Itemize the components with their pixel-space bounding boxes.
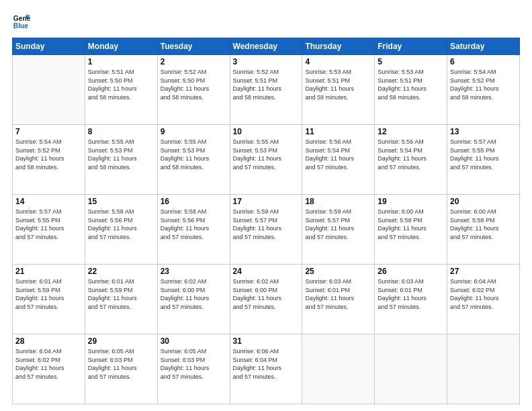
weekday-header-wednesday: Wednesday <box>230 38 302 55</box>
calendar-cell: 7Sunrise: 5:54 AM Sunset: 5:52 PM Daylig… <box>13 125 85 195</box>
day-info: Sunrise: 6:00 AM Sunset: 5:58 PM Dayligh… <box>378 208 444 241</box>
day-number: 22 <box>88 267 154 276</box>
calendar-cell: 9Sunrise: 5:55 AM Sunset: 5:53 PM Daylig… <box>157 125 230 195</box>
calendar-cell: 20Sunrise: 6:00 AM Sunset: 5:58 PM Dayli… <box>447 195 520 265</box>
weekday-header-sunday: Sunday <box>13 38 85 55</box>
day-info: Sunrise: 6:01 AM Sunset: 5:59 PM Dayligh… <box>15 277 82 311</box>
day-number: 14 <box>15 197 82 206</box>
day-info: Sunrise: 6:04 AM Sunset: 6:02 PM Dayligh… <box>15 347 82 381</box>
day-number: 23 <box>161 267 227 276</box>
calendar-cell: 1Sunrise: 5:51 AM Sunset: 5:50 PM Daylig… <box>85 55 157 125</box>
day-number: 5 <box>378 57 444 66</box>
day-info: Sunrise: 5:53 AM Sunset: 5:51 PM Dayligh… <box>305 68 371 101</box>
day-number: 13 <box>450 127 517 136</box>
weekday-header-friday: Friday <box>375 38 447 55</box>
day-number: 18 <box>305 197 371 206</box>
day-number: 7 <box>15 127 82 136</box>
day-info: Sunrise: 6:03 AM Sunset: 6:01 PM Dayligh… <box>305 277 371 311</box>
day-number: 29 <box>88 336 154 346</box>
day-info: Sunrise: 5:57 AM Sunset: 5:55 PM Dayligh… <box>15 208 82 241</box>
calendar-cell: 25Sunrise: 6:03 AM Sunset: 6:01 PM Dayli… <box>302 265 375 334</box>
week-row-2: 7Sunrise: 5:54 AM Sunset: 5:52 PM Daylig… <box>13 125 520 195</box>
calendar-cell: 28Sunrise: 6:04 AM Sunset: 6:02 PM Dayli… <box>13 334 85 404</box>
page: General Blue SundayMondayTuesdayWednesda… <box>0 0 532 411</box>
calendar-table: SundayMondayTuesdayWednesdayThursdayFrid… <box>12 38 520 404</box>
logo: General Blue <box>12 12 31 31</box>
day-number: 12 <box>378 127 444 136</box>
day-info: Sunrise: 5:56 AM Sunset: 5:54 PM Dayligh… <box>378 138 444 171</box>
calendar-cell: 14Sunrise: 5:57 AM Sunset: 5:55 PM Dayli… <box>13 195 85 265</box>
day-info: Sunrise: 6:04 AM Sunset: 6:02 PM Dayligh… <box>450 277 517 311</box>
svg-text:Blue: Blue <box>13 22 29 30</box>
header: General Blue <box>12 12 520 31</box>
day-info: Sunrise: 5:51 AM Sunset: 5:50 PM Dayligh… <box>88 68 154 101</box>
day-info: Sunrise: 5:55 AM Sunset: 5:53 PM Dayligh… <box>88 138 154 171</box>
day-number: 26 <box>378 267 444 276</box>
day-info: Sunrise: 5:55 AM Sunset: 5:53 PM Dayligh… <box>161 138 227 171</box>
calendar-cell: 4Sunrise: 5:53 AM Sunset: 5:51 PM Daylig… <box>302 55 375 125</box>
day-number: 20 <box>450 197 517 206</box>
calendar-cell: 6Sunrise: 5:54 AM Sunset: 5:52 PM Daylig… <box>447 55 520 125</box>
day-number: 30 <box>161 336 227 346</box>
day-info: Sunrise: 6:02 AM Sunset: 6:00 PM Dayligh… <box>161 277 227 311</box>
calendar-cell <box>447 334 520 404</box>
day-info: Sunrise: 5:59 AM Sunset: 5:57 PM Dayligh… <box>233 208 300 241</box>
day-number: 6 <box>450 57 517 66</box>
day-number: 27 <box>450 267 517 276</box>
day-number: 16 <box>161 197 227 206</box>
day-info: Sunrise: 5:59 AM Sunset: 5:57 PM Dayligh… <box>305 208 371 241</box>
day-number: 4 <box>305 57 371 66</box>
day-info: Sunrise: 6:00 AM Sunset: 5:58 PM Dayligh… <box>450 208 517 241</box>
calendar-cell <box>375 334 447 404</box>
day-info: Sunrise: 5:54 AM Sunset: 5:52 PM Dayligh… <box>450 68 517 101</box>
calendar-cell: 18Sunrise: 5:59 AM Sunset: 5:57 PM Dayli… <box>302 195 375 265</box>
week-row-3: 14Sunrise: 5:57 AM Sunset: 5:55 PM Dayli… <box>13 195 520 265</box>
day-number: 3 <box>233 57 300 66</box>
calendar-cell: 24Sunrise: 6:02 AM Sunset: 6:00 PM Dayli… <box>230 265 302 334</box>
calendar-cell: 16Sunrise: 5:58 AM Sunset: 5:56 PM Dayli… <box>157 195 230 265</box>
day-info: Sunrise: 5:53 AM Sunset: 5:51 PM Dayligh… <box>378 68 444 101</box>
calendar-cell: 3Sunrise: 5:52 AM Sunset: 5:51 PM Daylig… <box>230 55 302 125</box>
week-row-5: 28Sunrise: 6:04 AM Sunset: 6:02 PM Dayli… <box>13 334 520 404</box>
calendar-cell: 12Sunrise: 5:56 AM Sunset: 5:54 PM Dayli… <box>375 125 447 195</box>
calendar-cell: 5Sunrise: 5:53 AM Sunset: 5:51 PM Daylig… <box>375 55 447 125</box>
day-number: 15 <box>88 197 154 206</box>
weekday-header-thursday: Thursday <box>302 38 375 55</box>
day-info: Sunrise: 6:06 AM Sunset: 6:04 PM Dayligh… <box>233 347 300 381</box>
day-info: Sunrise: 5:55 AM Sunset: 5:53 PM Dayligh… <box>233 138 300 171</box>
day-info: Sunrise: 5:57 AM Sunset: 5:55 PM Dayligh… <box>450 138 517 171</box>
weekday-header-monday: Monday <box>85 38 157 55</box>
calendar-cell: 19Sunrise: 6:00 AM Sunset: 5:58 PM Dayli… <box>375 195 447 265</box>
calendar-cell: 22Sunrise: 6:01 AM Sunset: 5:59 PM Dayli… <box>85 265 157 334</box>
calendar-cell: 29Sunrise: 6:05 AM Sunset: 6:03 PM Dayli… <box>85 334 157 404</box>
calendar-cell: 31Sunrise: 6:06 AM Sunset: 6:04 PM Dayli… <box>230 334 302 404</box>
day-info: Sunrise: 6:02 AM Sunset: 6:00 PM Dayligh… <box>233 277 300 311</box>
calendar-cell: 13Sunrise: 5:57 AM Sunset: 5:55 PM Dayli… <box>447 125 520 195</box>
calendar-cell <box>302 334 375 404</box>
day-info: Sunrise: 5:54 AM Sunset: 5:52 PM Dayligh… <box>15 138 82 171</box>
calendar-cell: 11Sunrise: 5:56 AM Sunset: 5:54 PM Dayli… <box>302 125 375 195</box>
day-info: Sunrise: 5:56 AM Sunset: 5:54 PM Dayligh… <box>305 138 371 171</box>
day-number: 9 <box>161 127 227 136</box>
day-info: Sunrise: 5:58 AM Sunset: 5:56 PM Dayligh… <box>161 208 227 241</box>
day-info: Sunrise: 5:52 AM Sunset: 5:51 PM Dayligh… <box>233 68 300 101</box>
day-number: 2 <box>161 57 227 66</box>
calendar-cell: 30Sunrise: 6:05 AM Sunset: 6:03 PM Dayli… <box>157 334 230 404</box>
weekday-header-saturday: Saturday <box>447 38 520 55</box>
day-number: 10 <box>233 127 300 136</box>
calendar-cell: 27Sunrise: 6:04 AM Sunset: 6:02 PM Dayli… <box>447 265 520 334</box>
calendar-cell: 8Sunrise: 5:55 AM Sunset: 5:53 PM Daylig… <box>85 125 157 195</box>
day-number: 11 <box>305 127 371 136</box>
day-info: Sunrise: 6:05 AM Sunset: 6:03 PM Dayligh… <box>161 347 227 381</box>
day-number: 19 <box>378 197 444 206</box>
week-row-4: 21Sunrise: 6:01 AM Sunset: 5:59 PM Dayli… <box>13 265 520 334</box>
day-number: 25 <box>305 267 371 276</box>
calendar-cell <box>13 55 85 125</box>
day-number: 8 <box>88 127 154 136</box>
calendar-cell: 15Sunrise: 5:58 AM Sunset: 5:56 PM Dayli… <box>85 195 157 265</box>
day-number: 24 <box>233 267 300 276</box>
weekday-header-tuesday: Tuesday <box>157 38 230 55</box>
day-number: 1 <box>88 57 154 66</box>
calendar-cell: 21Sunrise: 6:01 AM Sunset: 5:59 PM Dayli… <box>13 265 85 334</box>
calendar-cell: 2Sunrise: 5:52 AM Sunset: 5:50 PM Daylig… <box>157 55 230 125</box>
